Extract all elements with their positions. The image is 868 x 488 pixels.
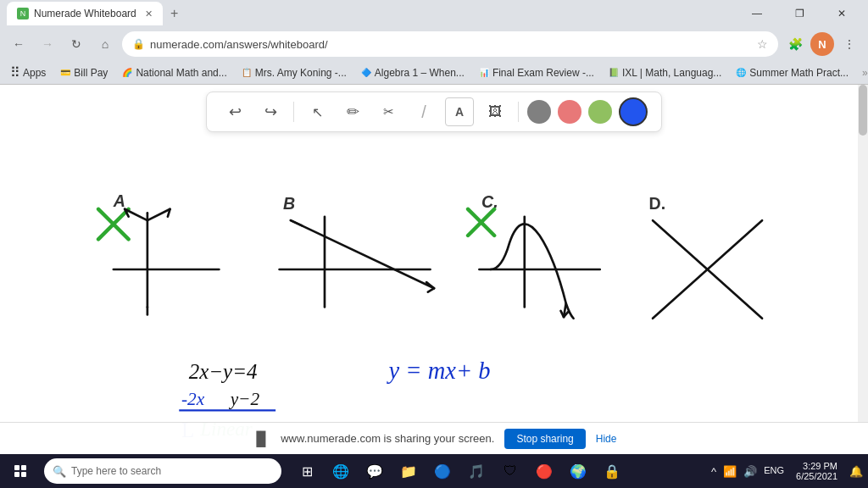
- more-bookmarks-button[interactable]: »: [859, 67, 868, 79]
- bookmarks-bar: ⠿ Apps 💳 Bill Pay 🌈 National Math and...…: [0, 61, 868, 85]
- bookmark-icon-mrsamy: 📋: [241, 67, 253, 79]
- bookmark-billpay[interactable]: 💳 Bill Pay: [56, 65, 111, 80]
- extensions-icon[interactable]: 🧩: [783, 32, 807, 56]
- bookmark-label-ixl: IXL | Math, Languag...: [622, 67, 721, 79]
- minimize-button[interactable]: —: [737, 2, 776, 25]
- scrollbar[interactable]: [858, 85, 868, 454]
- taskbar-icon-8[interactable]: 🔴: [529, 456, 559, 486]
- start-button[interactable]: [3, 456, 37, 486]
- search-bar[interactable]: 🔍 Type here to search: [44, 458, 281, 484]
- color-green[interactable]: [588, 100, 612, 124]
- svg-line-15: [428, 288, 434, 291]
- forward-button[interactable]: →: [36, 32, 59, 56]
- cortana-icon[interactable]: 💬: [359, 456, 390, 486]
- search-placeholder: Type here to search: [71, 465, 161, 477]
- tab-area: N Numerade Whiteboard ✕ +: [7, 2, 731, 25]
- bookmark-label-billpay: Bill Pay: [74, 67, 108, 79]
- color-gray[interactable]: [527, 100, 551, 124]
- time-display: 3:29 PM: [796, 461, 837, 471]
- file-explorer-icon[interactable]: 📁: [393, 456, 424, 486]
- bookmark-icon-finalexam: 📊: [478, 67, 490, 79]
- taskbar-right: ^ 📶 🔊 ENG 3:29 PM 6/25/2021 🔔: [709, 459, 865, 483]
- bookmark-summermath[interactable]: 🌐 Summer Math Pract...: [732, 65, 852, 80]
- bookmark-algebra[interactable]: 🔷 Algebra 1 – When...: [357, 65, 468, 80]
- profile-icon[interactable]: N: [810, 32, 834, 56]
- maximize-button[interactable]: ❐: [780, 2, 819, 25]
- text-tool-button[interactable]: A: [445, 97, 474, 126]
- date-display: 6/25/2021: [796, 471, 837, 481]
- taskbar-icon-6[interactable]: 🎵: [461, 456, 492, 486]
- chevron-up-icon[interactable]: ^: [709, 463, 718, 480]
- bookmark-nationalmath[interactable]: 🌈 National Math and...: [118, 65, 230, 80]
- lock-icon: 🔒: [132, 38, 145, 50]
- svg-text:-2x: -2x: [181, 389, 205, 409]
- clock-display[interactable]: 3:29 PM 6/25/2021: [791, 459, 843, 483]
- canvas-svg: A B: [0, 85, 868, 454]
- tab-close-button[interactable]: ✕: [145, 8, 153, 19]
- bookmark-label-summermath: Summer Math Pract...: [749, 67, 849, 79]
- system-tray: ^ 📶 🔊 ENG: [709, 463, 786, 480]
- line-tool-button[interactable]: /: [409, 97, 438, 126]
- volume-icon[interactable]: 🔊: [742, 463, 759, 480]
- pen-tool-button[interactable]: ✏: [338, 97, 367, 126]
- svg-text:y−2: y−2: [229, 389, 260, 409]
- svg-text:D.: D.: [649, 194, 666, 213]
- bookmark-icon-algebra: 🔷: [360, 67, 372, 79]
- network-icon[interactable]: 📶: [721, 463, 738, 480]
- whiteboard-canvas[interactable]: A B: [0, 85, 868, 454]
- color-blue[interactable]: [619, 97, 648, 126]
- edge-browser-icon: 🌐: [332, 463, 349, 480]
- color-red[interactable]: [558, 100, 581, 124]
- taskview-icon[interactable]: ⊞: [292, 456, 322, 486]
- scrollbar-thumb[interactable]: [859, 85, 867, 136]
- bookmark-mrsamy[interactable]: 📋 Mrs. Amy Koning -...: [237, 65, 350, 80]
- screen-share-bar: ▐▌ www.numerade.com is sharing your scre…: [0, 422, 868, 454]
- apps-bookmark[interactable]: ⠿ Apps: [7, 63, 49, 82]
- notification-icon[interactable]: 🔔: [848, 463, 865, 480]
- bookmark-label-nationalmath: National Math and...: [136, 67, 226, 79]
- tab-favicon: N: [17, 8, 29, 19]
- refresh-button[interactable]: ↻: [64, 32, 88, 56]
- bookmark-icon-summermath: 🌐: [735, 67, 747, 79]
- window-controls: — ❐ ✕: [737, 2, 861, 25]
- edge-icon[interactable]: 🌐: [326, 456, 356, 486]
- screen-share-message: www.numerade.com is sharing your screen.: [281, 432, 494, 445]
- taskbar-pinned-icons: ⊞ 🌐 💬 📁 🔵 🎵 🛡 🔴 🌍 🔒: [292, 456, 627, 486]
- svg-text:y = mx+ b: y = mx+ b: [387, 358, 491, 384]
- redo-button[interactable]: ↪: [256, 97, 285, 126]
- new-tab-button[interactable]: +: [163, 2, 186, 25]
- taskbar-icon-7[interactable]: 🛡: [495, 456, 526, 486]
- svg-text:A: A: [113, 191, 125, 210]
- taskbar-icon-10[interactable]: 🔒: [597, 456, 627, 486]
- language-icon[interactable]: ENG: [762, 463, 786, 480]
- close-button[interactable]: ✕: [822, 2, 861, 25]
- undo-button[interactable]: ↩: [220, 97, 249, 126]
- more-menu-icon[interactable]: ⋮: [837, 32, 861, 56]
- active-tab[interactable]: N Numerade Whiteboard ✕: [7, 2, 163, 25]
- apps-label: Apps: [23, 67, 46, 79]
- url-bar[interactable]: 🔒 numerade.com/answers/whiteboard/ ☆: [122, 31, 778, 57]
- page-content: ↩ ↪ ↖ ✏ ✂ / A 🖼 A: [0, 85, 868, 454]
- bookmark-label-algebra: Algebra 1 – When...: [375, 67, 465, 79]
- bookmark-label-mrsamy: Mrs. Amy Koning -...: [255, 67, 347, 79]
- tools-button[interactable]: ✂: [374, 97, 403, 126]
- bookmark-star[interactable]: ☆: [757, 37, 768, 51]
- back-button[interactable]: ←: [7, 32, 31, 56]
- svg-text:2x−y=4: 2x−y=4: [189, 360, 258, 383]
- taskbar: 🔍 Type here to search ⊞ 🌐 💬 📁 🔵 🎵 🛡 🔴 🌍 …: [0, 454, 868, 488]
- hide-button[interactable]: Hide: [596, 433, 617, 445]
- bookmark-ixl[interactable]: 📗 IXL | Math, Languag...: [604, 65, 725, 80]
- home-button[interactable]: ⌂: [93, 32, 117, 56]
- select-tool-button[interactable]: ↖: [303, 97, 331, 126]
- svg-line-13: [291, 220, 434, 288]
- stop-sharing-button[interactable]: Stop sharing: [504, 429, 585, 449]
- svg-text:B: B: [283, 194, 295, 213]
- toolbar-divider-2: [518, 102, 519, 122]
- taskbar-icon-9[interactable]: 🌍: [563, 456, 593, 486]
- search-icon: 🔍: [53, 465, 66, 478]
- tab-title: Numerade Whiteboard: [34, 8, 136, 19]
- svg-line-6: [147, 209, 170, 220]
- bookmark-finalexam[interactable]: 📊 Final Exam Review -...: [475, 65, 598, 80]
- chrome-icon[interactable]: 🔵: [427, 456, 458, 486]
- image-tool-button[interactable]: 🖼: [481, 97, 509, 126]
